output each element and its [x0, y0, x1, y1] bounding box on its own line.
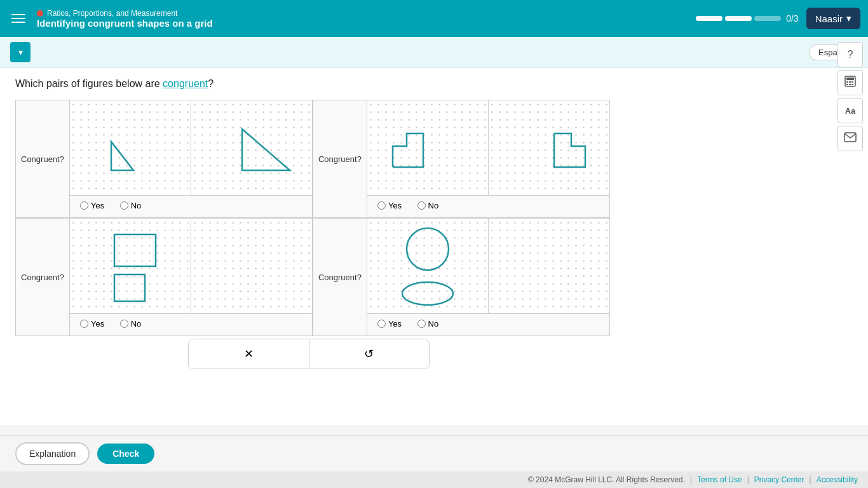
- svg-rect-7: [846, 78, 854, 80]
- terms-of-use-link[interactable]: Terms of Use: [697, 475, 742, 484]
- pair2-right: [488, 100, 609, 196]
- footer-divider-3: |: [810, 475, 811, 484]
- course-name: Ratios, Proportions, and Measurement: [47, 9, 177, 18]
- pair3-yes-label[interactable]: Yes: [80, 319, 104, 329]
- svg-point-4: [407, 228, 449, 270]
- pair3-radio-td: Yes No: [69, 314, 312, 336]
- pair4-label: Congruent?: [313, 219, 367, 336]
- pair4-radio-td: Yes No: [367, 314, 609, 336]
- copyright-text: © 2024 McGraw Hill LLC. All Rights Reser…: [528, 475, 685, 484]
- font-button[interactable]: Aa: [837, 98, 863, 123]
- calculator-icon: [844, 75, 857, 90]
- svg-rect-8: [846, 81, 848, 83]
- help-icon: ?: [848, 49, 853, 60]
- privacy-center-link[interactable]: Privacy Center: [754, 475, 804, 484]
- footer-links: © 2024 McGraw Hill LLC. All Rights Reser…: [0, 471, 868, 488]
- progress-segments: [696, 16, 781, 21]
- shape-row: Congruent?: [16, 219, 313, 314]
- pair1-table: Congruent? Yes No: [15, 100, 313, 218]
- pairs-row-1: Congruent? Yes No Congruent? Yes No: [15, 100, 853, 218]
- svg-rect-10: [851, 81, 853, 83]
- pair4-yes-label[interactable]: Yes: [377, 319, 402, 329]
- pair2-yes-radio[interactable]: [377, 201, 386, 210]
- svg-rect-9: [849, 81, 851, 83]
- right-sidebar: ? Aa: [832, 37, 868, 156]
- congruent-link[interactable]: congruent: [163, 78, 208, 89]
- header-title-block: Ratios, Proportions, and Measurement Ide…: [37, 9, 688, 29]
- pair2-label: Congruent?: [313, 100, 367, 218]
- pair2-no-label[interactable]: No: [417, 201, 439, 210]
- chevron-down-icon: ▾: [18, 47, 23, 57]
- calculator-button[interactable]: [837, 70, 863, 95]
- svg-rect-14: [844, 133, 856, 142]
- pair3-no-radio[interactable]: [120, 320, 128, 328]
- collapse-button[interactable]: ▾: [10, 42, 31, 62]
- mail-icon: [844, 132, 857, 145]
- font-icon: Aa: [845, 106, 856, 116]
- accessibility-link[interactable]: Accessibility: [817, 475, 858, 484]
- lesson-title: Identifying congruent shapes on a grid: [37, 18, 688, 29]
- pair1-no-radio[interactable]: [120, 201, 128, 210]
- svg-point-5: [402, 282, 453, 305]
- undo-button[interactable]: ↺: [309, 339, 430, 369]
- pair2-no-radio[interactable]: [417, 201, 426, 210]
- pair3-yes-radio[interactable]: [80, 320, 88, 328]
- pair3-no-label[interactable]: No: [120, 319, 142, 329]
- pair2-radio-td: Yes No: [367, 196, 609, 218]
- pair3-table: Congruent? Yes No: [15, 218, 313, 336]
- pair1-yes-label[interactable]: Yes: [80, 201, 104, 210]
- help-button[interactable]: ?: [837, 42, 863, 67]
- progress-seg-1: [696, 16, 722, 21]
- mail-button[interactable]: [837, 126, 863, 151]
- svg-marker-0: [111, 142, 133, 170]
- clear-button[interactable]: ✕: [189, 339, 309, 369]
- pair3-left: [69, 219, 191, 314]
- pair4-no-radio[interactable]: [417, 320, 426, 328]
- explanation-button[interactable]: Explanation: [15, 442, 90, 465]
- pair4-left: [367, 219, 488, 314]
- pair1-left: [69, 100, 191, 196]
- svg-rect-2: [114, 234, 156, 266]
- pair1-label: Congruent?: [16, 100, 70, 218]
- progress-seg-3: [754, 16, 781, 21]
- action-buttons-inner: ✕↺: [188, 339, 430, 369]
- chevron-down-icon: ▾: [846, 13, 851, 24]
- question-text: Which pairs of figures below are congrue…: [15, 78, 853, 90]
- svg-marker-1: [242, 129, 290, 170]
- svg-rect-3: [114, 274, 145, 301]
- check-label: Check: [112, 449, 139, 459]
- pair4-yes-radio[interactable]: [377, 320, 386, 328]
- progress-label: 0/3: [786, 13, 798, 24]
- pair4-no-label[interactable]: No: [417, 319, 439, 329]
- pair1-right: [191, 100, 312, 196]
- pair3-label: Congruent?: [16, 219, 70, 336]
- app-header: Ratios, Proportions, and Measurement Ide…: [0, 0, 868, 37]
- check-button[interactable]: Check: [97, 444, 154, 464]
- svg-rect-13: [851, 84, 853, 85]
- pair2-yes-label[interactable]: Yes: [377, 201, 402, 210]
- shape-row: Congruent?: [313, 219, 609, 314]
- footer-divider-2: |: [747, 475, 749, 484]
- progress-container: 0/3: [696, 13, 798, 24]
- user-name: Naasir: [815, 13, 843, 24]
- bottom-actions: Explanation Check: [0, 435, 868, 471]
- course-subtitle: Ratios, Proportions, and Measurement: [37, 9, 688, 18]
- subheader: ▾ Español: [0, 37, 868, 68]
- menu-button[interactable]: [8, 10, 29, 27]
- pair2-table: Congruent? Yes No: [313, 100, 610, 218]
- pairs-row-2: Congruent? Yes No Congruent? Yes No: [15, 218, 853, 336]
- pair2-left: [367, 100, 488, 196]
- pair4-table: Congruent? Yes No: [313, 218, 610, 336]
- explanation-label: Explanation: [29, 449, 76, 459]
- user-menu-button[interactable]: Naasir ▾: [806, 8, 860, 29]
- pairs-grid: Congruent? Yes No Congruent? Yes No Cong…: [15, 100, 853, 336]
- svg-rect-11: [846, 84, 848, 85]
- action-buttons-container: ✕↺: [188, 339, 430, 369]
- pair1-radio-td: Yes No: [69, 196, 312, 218]
- status-dot: [37, 10, 43, 17]
- pair4-right: [488, 219, 609, 314]
- shape-row: Congruent?: [16, 100, 313, 196]
- footer-divider-1: |: [690, 475, 692, 484]
- pair1-yes-radio[interactable]: [80, 201, 88, 210]
- pair1-no-label[interactable]: No: [120, 201, 142, 210]
